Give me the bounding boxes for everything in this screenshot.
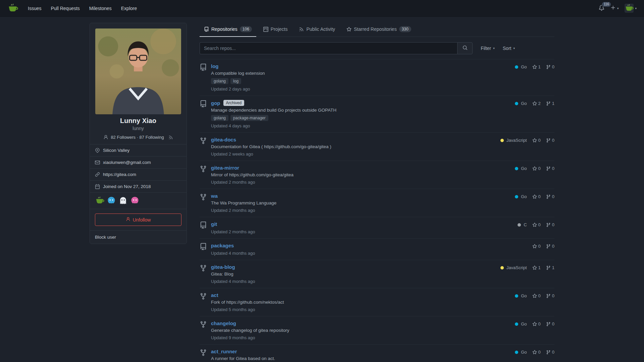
repo-link[interactable]: act: [211, 292, 218, 298]
repo-description: Manage dependencies and build Go project…: [211, 108, 515, 113]
tab-starred-repositories[interactable]: Starred Repositories330: [342, 23, 416, 37]
fork-count[interactable]: 0: [546, 166, 554, 171]
tab-public-activity[interactable]: Public Activity: [294, 23, 339, 37]
repo-stats: C00: [518, 222, 554, 227]
repo-link[interactable]: act_runner: [211, 349, 237, 354]
profile-website-row: https://gitea.com: [90, 168, 186, 180]
repo-link[interactable]: gop: [211, 100, 220, 106]
fork-count[interactable]: 0: [546, 222, 554, 227]
repo-updated: Updated 4 months ago: [211, 251, 532, 256]
topic-tag[interactable]: golang: [211, 115, 228, 121]
chevron-down-icon: ▾: [617, 7, 619, 10]
star-count[interactable]: 0: [532, 222, 541, 227]
star-count[interactable]: 0: [532, 166, 541, 171]
star-count[interactable]: 0: [532, 244, 541, 249]
repo-topics: golanglog: [211, 78, 515, 84]
language-indicator: Go: [515, 350, 527, 355]
topic-tag[interactable]: golang: [211, 78, 228, 84]
repo-description: Documentation for Gitea ( https://github…: [211, 144, 500, 149]
user-menu-button[interactable]: ▾: [625, 4, 637, 13]
rss-icon[interactable]: [168, 135, 173, 140]
chevron-down-icon: ▾: [493, 47, 495, 50]
nav-link-pull-requests[interactable]: Pull Requests: [46, 3, 84, 14]
gitea-logo-icon: [7, 3, 18, 14]
repo-main: act_runnerA runner for Gitea based on ac…: [211, 349, 515, 362]
fork-count[interactable]: 1: [546, 265, 554, 270]
fork-count[interactable]: 1: [546, 101, 554, 106]
repo-forked-icon: [200, 264, 207, 272]
topic-tag[interactable]: package-manager: [230, 115, 268, 121]
repo-list: logA compatible log extensiongolanglogUp…: [200, 59, 554, 362]
repo-row: packagesUpdated 4 months ago00: [200, 239, 554, 260]
repo-link[interactable]: gitea-blog: [211, 264, 235, 270]
rss-icon: [299, 27, 304, 32]
profile-email-link[interactable]: xiaolunwen@gmail.com: [103, 160, 151, 165]
profile-name: Lunny Xiao: [90, 117, 186, 125]
star-count[interactable]: 1: [532, 265, 541, 270]
repo-row: act_runnerA runner for Gitea based on ac…: [200, 345, 554, 362]
fork-count[interactable]: 0: [546, 138, 554, 143]
git-branch-icon: [546, 294, 551, 298]
repo-main: gitea-docsDocumentation for Gitea ( http…: [211, 137, 500, 157]
star-count[interactable]: 1: [532, 64, 541, 69]
repo-main: logA compatible log extensiongolanglogUp…: [211, 63, 515, 92]
sort-dropdown[interactable]: Sort ▾: [503, 46, 515, 51]
repo-row: logA compatible log extensiongolanglogUp…: [200, 59, 554, 96]
repo-link[interactable]: packages: [211, 243, 234, 248]
create-new-button[interactable]: ▾: [610, 5, 619, 11]
language-dot: [515, 167, 518, 170]
git-branch-icon: [546, 322, 551, 326]
repo-link[interactable]: git: [211, 221, 217, 227]
repo-icon: [204, 27, 209, 32]
repo-icon: [200, 222, 207, 229]
star-count[interactable]: 0: [532, 194, 541, 199]
star-count[interactable]: 2: [532, 101, 541, 106]
repo-link[interactable]: wa: [211, 193, 218, 199]
star-count[interactable]: 0: [532, 293, 541, 298]
tab-projects[interactable]: Projects: [259, 23, 292, 37]
star-count[interactable]: 0: [532, 321, 541, 326]
git-branch-icon: [546, 166, 551, 171]
fork-count[interactable]: 0: [546, 293, 554, 298]
star-icon: [532, 350, 537, 355]
filter-dropdown[interactable]: Filter ▾: [481, 46, 495, 51]
repo-link[interactable]: changelog: [211, 320, 236, 326]
star-count[interactable]: 0: [532, 350, 541, 355]
profile-username: lunny: [90, 126, 186, 131]
repo-link[interactable]: log: [211, 63, 219, 69]
fork-count[interactable]: 0: [546, 321, 554, 326]
person-icon: [126, 217, 130, 222]
block-user-button[interactable]: Block user: [90, 230, 186, 244]
fork-count[interactable]: 0: [546, 194, 554, 199]
search-repos-input[interactable]: [200, 42, 457, 54]
notifications-button[interactable]: 116: [599, 5, 604, 12]
tab-repositories[interactable]: Repositories106: [200, 23, 256, 37]
git-branch-icon: [546, 101, 551, 106]
repo-row: gitUpdated 2 months agoC00: [200, 217, 554, 239]
repo-link[interactable]: gitea-mirror: [211, 165, 239, 171]
star-count[interactable]: 0: [532, 138, 541, 143]
repo-row: waThe Wa Programming LanguageUpdated 2 m…: [200, 189, 554, 217]
topic-tag[interactable]: log: [230, 78, 241, 84]
star-icon: [346, 27, 352, 32]
fork-count[interactable]: 0: [546, 64, 554, 69]
gitea-logo[interactable]: [7, 3, 18, 14]
git-branch-icon: [546, 223, 551, 227]
nav-link-milestones[interactable]: Milestones: [85, 3, 116, 14]
star-icon: [532, 223, 537, 227]
nav-link-issues[interactable]: Issues: [23, 3, 46, 14]
fork-count[interactable]: 0: [546, 244, 554, 249]
repo-stats: 00: [532, 244, 554, 249]
follow-summary[interactable]: 82 Followers · 87 Following: [111, 135, 164, 140]
fork-count[interactable]: 0: [546, 350, 554, 355]
repo-link[interactable]: gitea-docs: [211, 137, 236, 142]
repo-updated: Updated 4 months ago: [211, 279, 500, 284]
language-indicator: Go: [515, 194, 527, 199]
language-dot: [515, 65, 518, 69]
unfollow-button[interactable]: Unfollow: [95, 214, 181, 226]
calendar-icon: [95, 184, 100, 189]
profile-website-link[interactable]: https://gitea.com: [103, 172, 136, 177]
search-button[interactable]: [457, 42, 473, 54]
gitea-badge: [95, 196, 104, 205]
nav-link-explore[interactable]: Explore: [117, 3, 141, 14]
